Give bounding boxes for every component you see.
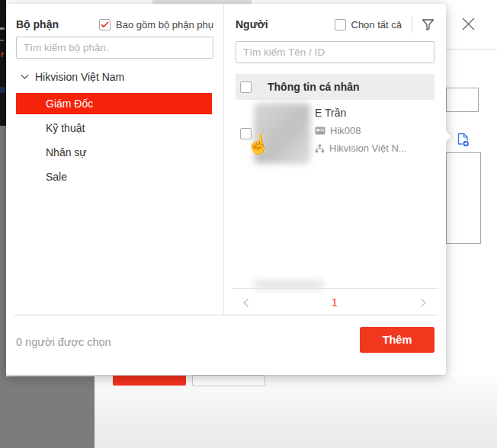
person-id: Hik008 bbox=[330, 125, 361, 136]
page-right-divider bbox=[446, 49, 497, 50]
page-primary-button-partial[interactable] bbox=[113, 376, 186, 386]
current-page-number: 1 bbox=[332, 296, 338, 309]
person-table-header: Thông tin cá nhân bbox=[236, 74, 434, 100]
department-search-input[interactable] bbox=[16, 37, 213, 59]
dialog-footer: 0 người được chọn Thêm bbox=[14, 315, 438, 374]
add-button[interactable]: Thêm bbox=[360, 327, 434, 353]
department-tree-root[interactable]: Hikvision Việt Nam bbox=[6, 69, 223, 85]
department-root-label: Hikvision Việt Nam bbox=[35, 71, 124, 83]
pagination-divider bbox=[232, 288, 438, 289]
person-avatar-blurred bbox=[254, 103, 310, 164]
include-sub-departments-checkbox[interactable] bbox=[99, 19, 111, 30]
filter-button[interactable] bbox=[422, 18, 434, 31]
include-sub-departments-label: Bao gồm bộ phận phụ bbox=[116, 19, 213, 30]
department-panel-title: Bộ phận bbox=[16, 18, 59, 30]
page-textarea-partial[interactable] bbox=[446, 152, 481, 244]
person-row-checkbox[interactable] bbox=[240, 128, 252, 139]
select-person-dialog: Bộ phận Bao gồm bộ phận phụ bbox=[6, 4, 446, 375]
page-input-box-partial[interactable] bbox=[446, 88, 479, 112]
department-item-selected[interactable]: Giám Đốc bbox=[16, 93, 212, 114]
department-item[interactable]: Nhân sự bbox=[16, 142, 212, 163]
department-panel: Bộ phận Bao gồm bộ phận phụ bbox=[6, 4, 224, 315]
department-tree: Hikvision Việt Nam Giám Đốc Kỹ thuật Nhâ… bbox=[6, 69, 223, 187]
person-department: Hikvision Việt N... bbox=[329, 142, 407, 154]
page-left-artifact bbox=[0, 87, 5, 93]
department-item[interactable]: Sale bbox=[16, 166, 212, 187]
select-all-checkbox[interactable] bbox=[335, 19, 346, 30]
person-name: E Trần bbox=[315, 107, 407, 119]
person-table-header-label: Thông tin cá nhân bbox=[268, 81, 360, 93]
previous-page-button[interactable] bbox=[241, 297, 252, 309]
page-left-artifact bbox=[0, 40, 4, 41]
page-bottom-left-block bbox=[0, 376, 95, 448]
page-bottom-area bbox=[95, 376, 497, 448]
department-item[interactable]: Kỹ thuật bbox=[16, 117, 212, 139]
org-chart-icon bbox=[315, 144, 325, 153]
checkmark-icon bbox=[101, 21, 109, 28]
pagination: 1 bbox=[241, 294, 428, 311]
person-search-input[interactable] bbox=[236, 41, 434, 63]
page-left-dark-strip bbox=[0, 0, 6, 126]
filter-funnel-icon bbox=[422, 18, 434, 31]
header-divider bbox=[412, 16, 412, 33]
people-panel-title: Người bbox=[236, 18, 268, 30]
select-all-label: Chọn tất cả bbox=[351, 19, 402, 30]
header-row-checkbox[interactable] bbox=[240, 82, 252, 93]
id-card-icon bbox=[315, 126, 325, 135]
selection-count-text: 0 người được chọn bbox=[16, 336, 111, 348]
people-panel: Người Chọn tất cả bbox=[224, 4, 446, 315]
page-left-stray-text: r bbox=[1, 50, 4, 59]
add-document-icon[interactable] bbox=[455, 133, 470, 148]
close-button[interactable] bbox=[458, 14, 478, 34]
page-left-artifact bbox=[0, 27, 5, 30]
next-page-button[interactable] bbox=[418, 297, 428, 309]
person-list-item[interactable]: ☝ E Trần Hik008 bbox=[236, 100, 434, 169]
page-secondary-button-partial[interactable] bbox=[192, 375, 265, 386]
close-icon bbox=[460, 16, 476, 32]
chevron-down-icon bbox=[21, 74, 29, 80]
